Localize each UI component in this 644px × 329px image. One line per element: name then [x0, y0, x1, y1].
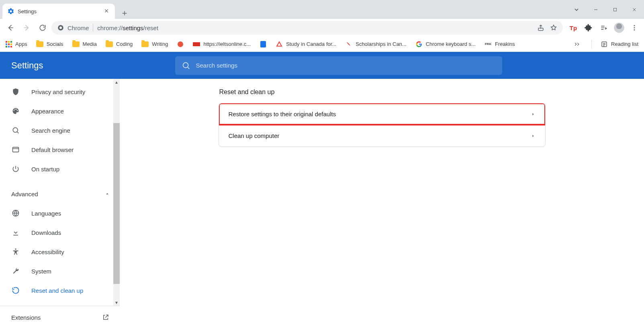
scroll-up-arrow-icon[interactable]: ▲ — [113, 79, 120, 85]
bookmark-label: Scholarships in Can... — [356, 41, 406, 47]
accessibility-icon — [11, 247, 20, 256]
sidebar-item-accessibility[interactable]: Accessibility — [0, 242, 120, 261]
scroll-down-arrow-icon[interactable]: ▼ — [113, 299, 120, 306]
bookmark-label: Writing — [152, 41, 168, 47]
google-icon — [415, 41, 423, 48]
media-control-icon[interactable] — [597, 21, 610, 34]
sidebar-item-languages[interactable]: Languages — [0, 204, 120, 223]
bookmark-link-1[interactable]: https://ieltsonline.c... — [193, 41, 251, 48]
window-close-button[interactable] — [625, 0, 644, 19]
apps-icon — [6, 41, 12, 47]
browser-tab-settings[interactable]: Settings — [2, 4, 115, 19]
site-icon — [177, 41, 184, 48]
settings-header: Settings — [0, 52, 644, 79]
bookmark-label: Media — [83, 41, 97, 47]
bookmark-apps[interactable]: Apps — [6, 41, 27, 47]
svg-point-11 — [183, 62, 188, 68]
power-icon — [11, 164, 20, 173]
svg-point-12 — [13, 127, 18, 132]
sidebar-item-on-startup[interactable]: On startup — [0, 159, 120, 179]
sidebar-item-system[interactable]: System — [0, 261, 120, 281]
bookmark-link-2[interactable] — [260, 41, 267, 48]
sidebar-item-appearance[interactable]: Appearance — [0, 101, 120, 121]
profile-avatar[interactable] — [613, 21, 626, 34]
new-tab-button[interactable] — [119, 8, 130, 19]
sidebar-item-default-browser[interactable]: Default browser — [0, 140, 120, 159]
bookmark-folder-socials[interactable]: Socials — [36, 41, 63, 47]
settings-search-input[interactable] — [196, 62, 496, 69]
extensions-icon[interactable] — [582, 21, 595, 34]
chevron-down-icon[interactable] — [567, 0, 586, 19]
palette-icon — [11, 107, 20, 115]
bookmarks-bar: Apps Socials Media Coding Writing https:… — [0, 37, 644, 52]
sidebar-item-label: Reset and clean up — [31, 287, 83, 294]
window-maximize-button[interactable] — [605, 0, 625, 19]
bookmark-label: Coding — [116, 41, 133, 47]
row-restore-defaults[interactable]: Restore settings to their original defau… — [219, 103, 545, 125]
site-icon — [345, 41, 352, 48]
chrome-icon — [57, 24, 64, 31]
site-icon — [193, 41, 200, 48]
svg-rect-0 — [614, 8, 617, 11]
sidebar-section-advanced[interactable]: Advanced — [0, 184, 120, 204]
url-rest: /reset — [143, 25, 159, 31]
window-controls — [567, 0, 644, 19]
bookmark-folder-writing[interactable]: Writing — [141, 41, 168, 47]
row-clean-up-computer[interactable]: Clean up computer — [219, 125, 545, 146]
chevron-right-icon — [531, 134, 536, 138]
svg-point-2 — [59, 27, 62, 29]
tab-title: Settings — [18, 8, 100, 14]
star-icon[interactable] — [550, 24, 557, 31]
site-icon — [276, 41, 283, 48]
search-icon — [182, 61, 190, 70]
sidebar-item-privacy[interactable]: Privacy and security — [0, 82, 120, 101]
browser-toolbar: Chrome chrome://settings/reset Tp — [0, 19, 644, 37]
nav-forward-button[interactable] — [19, 21, 34, 35]
bookmark-folder-media[interactable]: Media — [72, 41, 97, 47]
sidebar-item-label: System — [31, 268, 51, 275]
folder-icon — [72, 41, 80, 47]
gear-icon — [7, 8, 14, 15]
extension-tp-icon[interactable]: Tp — [567, 21, 580, 34]
page-title: Settings — [11, 60, 43, 71]
reading-list-button[interactable]: Reading list — [601, 41, 638, 48]
sidebar-item-downloads[interactable]: Downloads — [0, 223, 120, 242]
bookmark-folder-coding[interactable]: Coding — [106, 41, 133, 47]
sidebar-item-label: Appearance — [31, 108, 64, 115]
chevron-right-icon — [531, 112, 536, 117]
bookmark-link-3[interactable]: Study in Canada for... — [276, 41, 336, 48]
share-icon[interactable] — [537, 24, 544, 31]
row-label: Clean up computer — [229, 132, 280, 139]
scrollbar-track[interactable]: ▲ ▼ — [113, 79, 120, 306]
bookmark-link-4[interactable]: Scholarships in Can... — [345, 41, 406, 48]
bookmark-link-5[interactable]: Chrome keyboard s... — [415, 41, 476, 48]
bookmark-link-6[interactable]: FRKFreakins — [485, 41, 515, 48]
section-title: Reset and clean up — [219, 88, 546, 96]
reading-list-icon — [601, 41, 608, 48]
nav-reload-button[interactable] — [35, 21, 50, 35]
browser-icon — [11, 145, 20, 154]
chevron-up-icon — [104, 191, 110, 197]
external-link-icon — [102, 314, 110, 322]
sidebar-item-reset[interactable]: Reset and clean up — [0, 281, 120, 300]
sidebar-item-label: Downloads — [31, 229, 61, 236]
site-icon — [260, 41, 267, 48]
folder-icon — [141, 41, 149, 47]
sidebar-item-extensions[interactable]: Extensions — [0, 306, 120, 329]
scrollbar-thumb[interactable] — [113, 123, 120, 284]
bookmark-label: Study in Canada for... — [286, 41, 336, 47]
settings-app: Settings ▲ ▼ Privacy and — [0, 52, 644, 329]
omnibox-actions — [537, 24, 557, 31]
address-bar[interactable]: Chrome chrome://settings/reset — [51, 21, 563, 35]
svg-point-6 — [634, 29, 635, 31]
sidebar-item-search-engine[interactable]: Search engine — [0, 121, 120, 140]
close-icon[interactable] — [104, 8, 110, 14]
download-icon — [11, 228, 20, 237]
window-minimize-button[interactable] — [586, 0, 605, 19]
site-icon: FRK — [485, 41, 492, 48]
kebab-menu-icon[interactable] — [628, 21, 641, 34]
bookmark-link-0[interactable] — [177, 41, 184, 48]
nav-back-button[interactable] — [3, 21, 18, 35]
bookmarks-overflow-button[interactable] — [571, 41, 583, 47]
settings-search[interactable] — [175, 56, 502, 75]
